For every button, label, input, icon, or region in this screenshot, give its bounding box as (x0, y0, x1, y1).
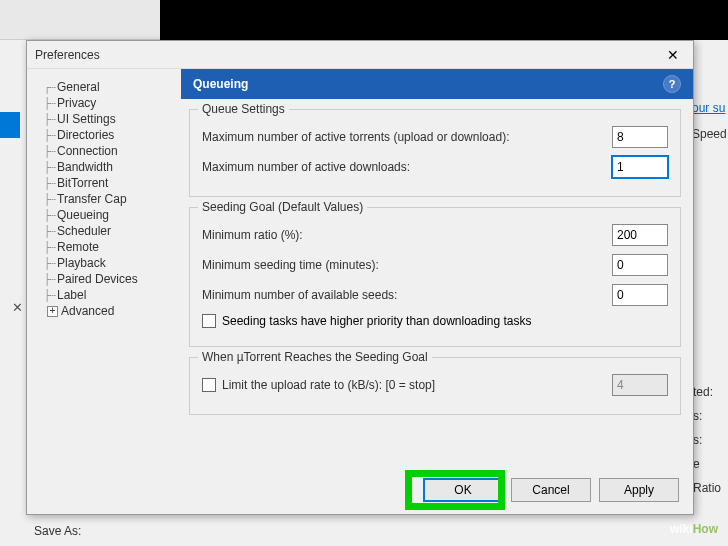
min-time-row: Minimum seeding time (minutes): (202, 254, 668, 276)
bg-rt-0: ted: (693, 380, 728, 404)
watermark-how: How (693, 522, 718, 536)
queue-settings-fieldset: Queue Settings Maximum number of active … (189, 109, 681, 197)
tree-label: Queueing (57, 208, 109, 222)
dialog-titlebar[interactable]: Preferences ✕ (27, 41, 693, 69)
bg-black-strip (160, 0, 728, 40)
apply-button[interactable]: Apply (599, 478, 679, 502)
tree-label: Advanced (61, 304, 114, 318)
seeding-goal-legend: Seeding Goal (Default Values) (198, 200, 367, 214)
priority-checkbox-label: Seeding tasks have higher priority than … (222, 314, 532, 328)
content-panel: Queueing ? Queue Settings Maximum number… (181, 69, 693, 469)
tree-label: Scheduler (57, 224, 111, 238)
section-title: Queueing (193, 77, 663, 91)
save-as-label: Save As: (34, 524, 81, 538)
min-ratio-row: Minimum ratio (%): (202, 224, 668, 246)
priority-checkbox[interactable] (202, 314, 216, 328)
tree-panel: ┌┄General ├┄Privacy ├┄UI Settings ├┄Dire… (27, 69, 181, 469)
tree-item-connection[interactable]: ├┄Connection (33, 143, 175, 159)
cancel-button[interactable]: Cancel (511, 478, 591, 502)
tree-label: General (57, 80, 100, 94)
tree-label: Bandwidth (57, 160, 113, 174)
expand-icon[interactable]: + (47, 306, 58, 317)
dialog-footer: OK Cancel Apply (423, 478, 679, 502)
bg-rt-1: s: (693, 404, 728, 428)
bg-link[interactable]: our su (688, 98, 728, 118)
priority-checkbox-row: Seeding tasks have higher priority than … (202, 314, 668, 328)
bg-columns: our su Speed (688, 98, 728, 144)
tree-item-bandwidth[interactable]: ├┄Bandwidth (33, 159, 175, 175)
tree-item-remote[interactable]: ├┄Remote (33, 239, 175, 255)
max-active-input[interactable] (612, 126, 668, 148)
min-seeds-input[interactable] (612, 284, 668, 306)
limit-checkbox-row: Limit the upload rate to (kB/s): [0 = st… (202, 374, 668, 396)
when-goal-fieldset: When µTorrent Reaches the Seeding Goal L… (189, 357, 681, 415)
tree-item-transfer-cap[interactable]: ├┄Transfer Cap (33, 191, 175, 207)
tree-label: UI Settings (57, 112, 116, 126)
max-downloads-row: Maximum number of active downloads: (202, 156, 668, 178)
watermark-wiki: wiki (670, 522, 693, 536)
max-active-row: Maximum number of active torrents (uploa… (202, 126, 668, 148)
bg-rt-3: e Ratio (693, 452, 728, 500)
dialog-body: ┌┄General ├┄Privacy ├┄UI Settings ├┄Dire… (27, 69, 693, 469)
help-icon[interactable]: ? (663, 75, 681, 93)
tree-item-paired-devices[interactable]: ├┄Paired Devices (33, 271, 175, 287)
bg-selection (0, 112, 20, 138)
tree-label: BitTorrent (57, 176, 108, 190)
min-seeds-row: Minimum number of available seeds: (202, 284, 668, 306)
min-seeds-label: Minimum number of available seeds: (202, 288, 612, 302)
max-active-label: Maximum number of active torrents (uploa… (202, 130, 612, 144)
bg-side-labels: ted: s: s: e Ratio (693, 380, 728, 500)
min-ratio-label: Minimum ratio (%): (202, 228, 612, 242)
seeding-goal-fieldset: Seeding Goal (Default Values) Minimum ra… (189, 207, 681, 347)
preferences-dialog: Preferences ✕ ┌┄General ├┄Privacy ├┄UI S… (26, 40, 694, 515)
watermark: wikiHow (670, 521, 718, 536)
close-button[interactable]: ✕ (661, 45, 685, 65)
tree-item-privacy[interactable]: ├┄Privacy (33, 95, 175, 111)
tree-item-playback[interactable]: ├┄Playback (33, 255, 175, 271)
tree-label: Directories (57, 128, 114, 142)
tree-item-directories[interactable]: ├┄Directories (33, 127, 175, 143)
limit-upload-checkbox[interactable] (202, 378, 216, 392)
bg-rt-2: s: (693, 428, 728, 452)
tree-label: Privacy (57, 96, 96, 110)
tree-item-advanced[interactable]: + Advanced (33, 303, 175, 319)
limit-upload-input (612, 374, 668, 396)
queue-settings-legend: Queue Settings (198, 102, 289, 116)
tree-item-ui-settings[interactable]: ├┄UI Settings (33, 111, 175, 127)
max-downloads-label: Maximum number of active downloads: (202, 160, 612, 174)
when-goal-legend: When µTorrent Reaches the Seeding Goal (198, 350, 432, 364)
tree-item-queueing[interactable]: ├┄Queueing (33, 207, 175, 223)
tree-label: Remote (57, 240, 99, 254)
min-time-input[interactable] (612, 254, 668, 276)
ok-button[interactable]: OK (423, 478, 503, 502)
tree-item-label[interactable]: ├┄Label (33, 287, 175, 303)
section-header: Queueing ? (181, 69, 693, 99)
tree-label: Label (57, 288, 86, 302)
min-time-label: Minimum seeding time (minutes): (202, 258, 612, 272)
tree-label: Playback (57, 256, 106, 270)
bg-col-speed: Speed (688, 124, 728, 144)
min-ratio-input[interactable] (612, 224, 668, 246)
tree-item-scheduler[interactable]: ├┄Scheduler (33, 223, 175, 239)
tree-item-general[interactable]: ┌┄General (33, 79, 175, 95)
tree-label: Paired Devices (57, 272, 138, 286)
max-downloads-input[interactable] (612, 156, 668, 178)
tree-item-bittorrent[interactable]: ├┄BitTorrent (33, 175, 175, 191)
tree-label: Connection (57, 144, 118, 158)
tree-label: Transfer Cap (57, 192, 127, 206)
dialog-title: Preferences (35, 48, 661, 62)
limit-upload-label: Limit the upload rate to (kB/s): [0 = st… (222, 378, 612, 392)
